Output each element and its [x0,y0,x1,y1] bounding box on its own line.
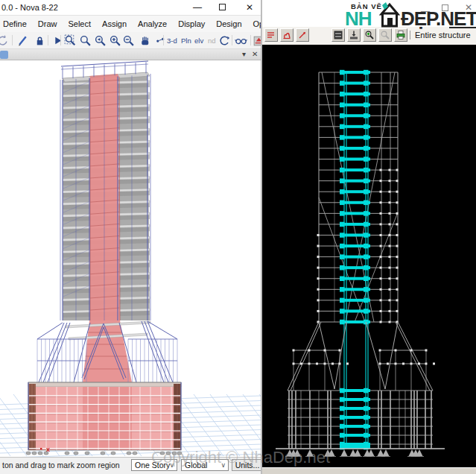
elevation-view-button[interactable]: elv [194,37,203,45]
separator [232,35,232,45]
pencil-icon[interactable] [16,34,29,47]
menu-analyze[interactable]: Analyze [138,19,167,28]
separator [163,35,164,45]
svg-text:x: x [46,446,50,453]
title-bar[interactable]: 0.0 - Nova 8-22 — ✕ [0,0,261,16]
extents-icon[interactable] [331,28,345,42]
menu-design[interactable]: Design [216,19,241,28]
separator [12,35,13,45]
rotate-view-icon[interactable] [218,34,230,47]
viewer-window: — ✕ BẢN VẼ NH ĐẸP.NET [261,0,476,474]
zoom-in-green-icon[interactable] [363,28,376,42]
zoom-disabled-icon[interactable] [378,28,392,42]
menu-draw[interactable]: Draw [38,19,57,28]
zoom-window-icon[interactable] [64,34,77,47]
building-3d-render: x [0,60,261,457]
red-render-icon[interactable] [280,28,293,42]
separator [60,35,61,45]
model-3d-viewport[interactable]: x [0,60,261,457]
menu-assign[interactable]: Assign [102,19,127,28]
view-window-titlebar[interactable]: ▾ ✕ [0,49,261,60]
close-view-button[interactable]: ✕ [252,50,258,59]
menu-display[interactable]: Display [178,19,205,28]
status-hint: ton and drag to mark zoom region [2,461,120,470]
minimize-button[interactable]: — [193,2,202,13]
red-lines-icon[interactable] [264,28,278,42]
chevron-down-icon: ∨ [220,461,226,469]
nd-view-button[interactable]: nd [208,37,216,45]
viewer-bottom-strip [262,467,476,474]
window-title: 0.0 - Nova 8-22 [1,3,58,12]
zoom-full-icon[interactable] [79,34,92,47]
view-tab-fragment [0,51,8,59]
etabs-window: 0.0 - Nova 8-22 — ✕ Define Draw Select A… [0,0,261,474]
separator [250,35,251,45]
screenshot-root: 0.0 - Nova 8-22 — ✕ Define Draw Select A… [0,0,476,474]
main-toolbar: 3-d Pln elv nd [0,32,261,49]
zoom-in-icon[interactable] [109,34,121,47]
print-icon[interactable] [394,28,407,42]
elevation-viewport[interactable] [262,45,476,467]
story-select[interactable]: One Story∨ [131,459,177,471]
units-button[interactable]: Units... [232,459,263,471]
save-view-icon[interactable] [347,28,361,42]
maximize-button[interactable] [219,4,226,10]
viewer-title-bar[interactable]: — ✕ [262,0,476,27]
menu-select[interactable]: Select [68,19,91,28]
plan-view-button[interactable]: Pln [181,37,191,45]
glasses-icon[interactable] [235,34,247,47]
close-button[interactable]: ✕ [246,2,253,13]
close-button[interactable]: ✕ [465,2,472,13]
menu-bar: Define Draw Select Assign Analyze Displa… [0,16,261,32]
minimize-button[interactable]: — [421,6,430,16]
pan-icon[interactable] [139,34,151,47]
building-elevation-render [262,45,476,467]
view-3d-button[interactable]: 3-d [167,37,177,45]
redo-icon[interactable] [0,34,9,47]
collapse-view-button[interactable]: ▾ [242,50,246,59]
perspective-icon[interactable] [154,34,167,47]
menu-define[interactable]: Define [3,19,27,28]
status-bar: ton and drag to mark zoom region One Sto… [0,457,261,472]
zoom-out-icon[interactable] [122,34,135,47]
red-arrow-icon[interactable] [296,28,309,42]
zoom-previous-icon[interactable] [94,34,107,47]
maximize-button[interactable] [442,4,448,11]
run-icon[interactable] [51,34,64,47]
viewer-toolbar: Entire structure [262,27,476,45]
lock-icon[interactable] [34,34,46,47]
coordsys-select[interactable]: Global∨ [181,459,229,471]
chevron-down-icon: ∨ [169,461,174,469]
entire-structure-label: Entire structure [410,31,471,40]
separator [48,35,48,45]
